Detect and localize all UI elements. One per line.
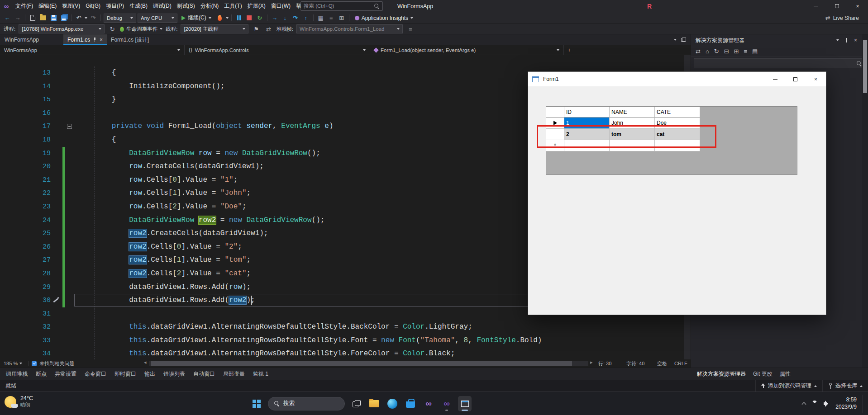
hscroll-right-arrow[interactable]: ▸ — [590, 359, 593, 365]
weather-widget[interactable]: 24°C 晴朗 — [5, 395, 33, 408]
navigate-back-icon[interactable] — [3, 13, 12, 23]
pin-icon[interactable] — [93, 38, 97, 42]
wifi-icon[interactable] — [811, 401, 818, 407]
undo-icon[interactable] — [74, 13, 83, 23]
pin-icon[interactable] — [844, 38, 849, 42]
code-line-32[interactable]: 32 this.dataGridView1.AlternatingRowsDef… — [0, 321, 684, 334]
menu-item-8[interactable]: 分析(N) — [198, 0, 222, 12]
form1-window[interactable]: Form1 × IDNAMECATE1JohnDoe2tomcat — [528, 71, 826, 315]
hot-reload-dropdown-caret[interactable] — [226, 17, 229, 19]
switch-thread-icon[interactable] — [264, 24, 273, 34]
tool-icon-grid[interactable] — [316, 13, 325, 23]
breadcrumb-member-dropdown[interactable]: Form1_Load(object sender, EventArgs e) — [370, 45, 564, 55]
navigate-forward-icon[interactable] — [13, 13, 22, 23]
split-editor-icon[interactable] — [564, 45, 575, 55]
task-view-button[interactable] — [349, 396, 363, 411]
code-line-33[interactable]: 33 this.dataGridView1.AlternatingRowsDef… — [0, 334, 684, 348]
stack-frame-dropdown[interactable]: WinFormsApp.Controls.Form1_Load — [296, 24, 403, 33]
solution-configurations-dropdown[interactable]: Debug — [104, 14, 136, 23]
bottom-tab-8[interactable]: 局部变量 — [219, 368, 249, 380]
spaces-indicator[interactable]: 空格 — [657, 359, 667, 368]
fold-collapse-icon[interactable] — [67, 124, 72, 129]
stop-debugging-button[interactable] — [245, 13, 254, 23]
grid-column-header-1[interactable]: NAME — [610, 107, 655, 118]
bottom-tab-3[interactable]: 命令窗口 — [81, 368, 110, 380]
hot-reload-button[interactable] — [215, 13, 224, 23]
continue-button[interactable]: 继续(C) — [179, 13, 214, 23]
application-insights-dropdown[interactable]: Application Insights — [352, 13, 416, 23]
breadcrumb-namespace-dropdown[interactable]: WinFormsApp.Controls — [185, 45, 370, 55]
edge-button[interactable] — [386, 396, 399, 411]
bottom-tab-7[interactable]: 自动窗口 — [189, 368, 219, 380]
form1-title-bar[interactable]: Form1 × — [528, 72, 826, 86]
form1-minimize-button[interactable] — [765, 72, 785, 86]
flag-thread-icon[interactable] — [252, 24, 261, 34]
solution-explorer-title-bar[interactable]: 解决方案资源管理器 × — [691, 34, 868, 46]
open-file-button[interactable] — [38, 13, 48, 23]
scrollbar-thumb[interactable] — [151, 361, 572, 366]
panel-close-icon[interactable]: × — [854, 37, 857, 43]
break-all-button[interactable] — [234, 13, 243, 23]
minimize-button[interactable] — [806, 0, 826, 12]
panel-tab-0[interactable]: 解决方案资源管理器 — [693, 368, 749, 380]
winforms-app-button[interactable] — [458, 396, 472, 411]
solution-platforms-dropdown[interactable]: Any CPU — [138, 14, 177, 23]
bottom-tab-9[interactable]: 监视 1 — [249, 368, 272, 380]
save-all-button[interactable] — [59, 13, 68, 23]
menu-item-10[interactable]: 扩展(X) — [245, 0, 268, 12]
code-line-34[interactable]: 34 this.dataGridView1.AlternatingRowsDef… — [0, 347, 684, 359]
taskbar-search[interactable]: 搜索 — [268, 397, 345, 410]
menu-item-0[interactable]: 文件(F) — [13, 0, 36, 12]
lifecycle-events-button[interactable]: 生命周期事件 — [120, 26, 162, 33]
save-button[interactable] — [49, 13, 58, 23]
panel-menu-icon[interactable] — [836, 39, 839, 41]
file-explorer-button[interactable] — [367, 396, 381, 411]
toolbar-overflow-icon[interactable] — [406, 24, 415, 34]
refresh-icon[interactable] — [714, 48, 719, 55]
resharper-icon[interactable]: R — [647, 0, 652, 12]
menu-item-3[interactable]: Git(G) — [83, 0, 103, 12]
sync-icon[interactable] — [696, 48, 701, 55]
bottom-tab-4[interactable]: 即时窗口 — [110, 368, 140, 380]
bottom-tab-1[interactable]: 断点 — [32, 368, 51, 380]
store-button[interactable] — [404, 396, 417, 411]
grid-column-header-0[interactable]: ID — [564, 107, 610, 118]
expand-all-icon[interactable] — [734, 48, 739, 55]
home-icon[interactable] — [706, 48, 709, 55]
menu-item-7[interactable]: 测试(S) — [174, 0, 198, 12]
process-dropdown[interactable]: [10788] WinFormsApp.exe — [19, 24, 105, 33]
tab-form1cs[interactable]: Form1.cs × — [63, 34, 107, 45]
show-next-statement-icon[interactable] — [270, 13, 279, 23]
view-options-icon[interactable] — [752, 48, 758, 55]
tool-icon-box[interactable] — [337, 13, 346, 23]
bottom-tab-6[interactable]: 错误列表 — [159, 368, 189, 380]
bottom-tab-2[interactable]: 异常设置 — [51, 368, 81, 380]
bottom-tab-0[interactable]: 调用堆栈 — [2, 368, 32, 380]
select-repository-button[interactable]: 选择仓库 — [822, 380, 868, 391]
menu-item-6[interactable]: 调试(D) — [150, 0, 174, 12]
step-out-icon[interactable] — [301, 13, 310, 23]
live-share-button[interactable]: Live Share — [825, 14, 865, 21]
close-button[interactable]: × — [847, 0, 868, 12]
panel-tab-2[interactable]: 属性 — [776, 368, 794, 380]
editor-horizontal-scrollbar[interactable] — [149, 361, 588, 366]
float-window-icon[interactable] — [681, 38, 686, 42]
line-ending-indicator[interactable]: CRLF — [674, 359, 687, 368]
redo-icon[interactable] — [89, 13, 98, 23]
menu-item-1[interactable]: 编辑(E) — [36, 0, 59, 12]
grid-column-header-2[interactable]: CATE — [655, 107, 700, 118]
menu-item-5[interactable]: 生成(B) — [127, 0, 150, 12]
breadcrumb-project-dropdown[interactable]: WinFormsApp — [0, 45, 185, 55]
collapse-all-icon[interactable] — [724, 48, 729, 55]
visual-studio-button[interactable] — [422, 396, 435, 411]
document-health-icon[interactable] — [32, 361, 37, 366]
scrollbar-thumb[interactable] — [863, 40, 867, 93]
document-list-icon[interactable] — [674, 39, 677, 41]
process-snapshot-icon[interactable] — [108, 24, 117, 34]
menu-item-2[interactable]: 视图(V) — [59, 0, 83, 12]
hscroll-left-arrow[interactable]: ◂ — [144, 359, 147, 365]
add-to-source-control-button[interactable]: 添加到源代码管理 — [755, 380, 822, 391]
show-desktop-button[interactable] — [863, 395, 864, 413]
maximize-button[interactable] — [826, 0, 847, 12]
visual-studio-2-button[interactable] — [440, 396, 453, 411]
